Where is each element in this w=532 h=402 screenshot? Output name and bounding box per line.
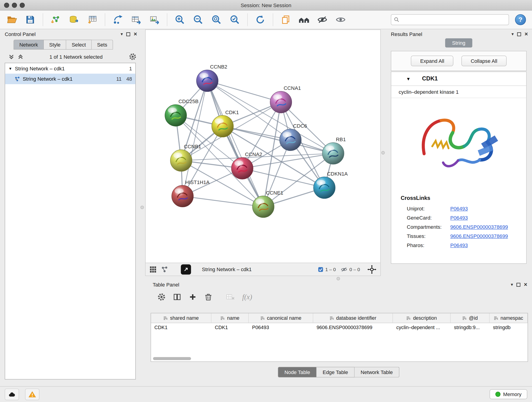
splitter-handle[interactable] bbox=[140, 206, 144, 209]
save-session-button[interactable] bbox=[22, 12, 39, 27]
column-header[interactable]: namespac bbox=[490, 313, 528, 323]
gear-icon[interactable] bbox=[157, 293, 166, 301]
gear-icon[interactable] bbox=[129, 53, 137, 61]
column-header[interactable]: description bbox=[393, 313, 451, 323]
memory-button[interactable]: Memory bbox=[490, 389, 527, 399]
hide-selected-button[interactable] bbox=[314, 12, 331, 27]
panel-close-icon[interactable]: × bbox=[524, 282, 527, 287]
network-edge[interactable] bbox=[242, 168, 324, 188]
network-node-HIST1H1A[interactable] bbox=[172, 185, 193, 207]
tab-style[interactable]: Style bbox=[44, 40, 66, 50]
network-node-CCNA2[interactable] bbox=[231, 157, 253, 179]
panel-collapse-icon[interactable]: ▾ bbox=[121, 32, 123, 36]
panel-float-icon[interactable] bbox=[517, 32, 521, 36]
gene-collapse-icon[interactable]: ▼ bbox=[406, 76, 411, 81]
table-tabs: Node Table Edge Table Network Table bbox=[145, 367, 532, 377]
collection-expand-icon[interactable]: ▼ bbox=[8, 66, 12, 70]
tab-string[interactable]: String bbox=[445, 38, 472, 47]
zoom-in-button[interactable] bbox=[171, 12, 188, 27]
network-node-CCNA1[interactable] bbox=[270, 91, 292, 113]
tab-sets[interactable]: Sets bbox=[92, 40, 113, 50]
splitter-handle[interactable] bbox=[381, 151, 385, 154]
open-folder-icon bbox=[6, 15, 17, 24]
network-edge[interactable] bbox=[207, 81, 263, 206]
network-node-CDKN1A[interactable] bbox=[313, 177, 335, 199]
help-button[interactable]: ? bbox=[515, 14, 526, 25]
show-all-button[interactable] bbox=[332, 12, 349, 27]
network-view[interactable]: CCNB2CCNA1CDC25BCDK1CDC6RB1CCNB1CCNA2CDK… bbox=[145, 30, 381, 276]
tab-select[interactable]: Select bbox=[66, 40, 92, 50]
uniprot-link[interactable]: P06493 bbox=[450, 206, 468, 211]
network-collection-row[interactable]: ▼ String Network – cdk1 1 bbox=[5, 63, 135, 74]
network-canvas[interactable]: CCNB2CCNA1CDC25BCDK1CDC6RB1CCNB1CCNA2CDK… bbox=[146, 30, 380, 263]
search-input[interactable] bbox=[401, 17, 506, 23]
network-node-CDC25B[interactable] bbox=[165, 104, 187, 126]
tab-network-table[interactable]: Network Table bbox=[355, 367, 399, 377]
column-header[interactable]: @id bbox=[451, 313, 490, 323]
expand-all-icon[interactable] bbox=[18, 54, 23, 59]
import-table-button[interactable] bbox=[84, 12, 101, 27]
panel-close-icon[interactable]: × bbox=[525, 31, 528, 37]
network-node-CDC6[interactable] bbox=[279, 129, 301, 151]
column-header[interactable]: canonical name bbox=[249, 313, 313, 323]
splitter-handle[interactable] bbox=[336, 277, 340, 280]
pharos-link[interactable]: P06493 bbox=[450, 242, 468, 248]
open-session-button[interactable] bbox=[3, 12, 20, 27]
detach-view-button[interactable] bbox=[181, 264, 191, 274]
network-node-CCNE1[interactable] bbox=[253, 196, 274, 217]
node-label: CCNB2 bbox=[210, 64, 227, 70]
network-edge[interactable] bbox=[222, 126, 333, 153]
column-header[interactable]: database identifier bbox=[313, 313, 393, 323]
collapse-all-button[interactable]: Collapse All bbox=[462, 56, 506, 66]
export-table-button[interactable] bbox=[128, 12, 145, 27]
network-node-CCNB2[interactable] bbox=[196, 70, 218, 92]
genecard-link[interactable]: P06493 bbox=[450, 215, 468, 220]
pan-crosshair-icon[interactable] bbox=[367, 265, 376, 274]
refresh-view-button[interactable] bbox=[252, 12, 269, 27]
panel-float-icon[interactable] bbox=[516, 283, 520, 287]
add-column-icon[interactable] bbox=[189, 293, 197, 301]
group-nodes-button[interactable] bbox=[296, 12, 312, 27]
import-network-from-file-button[interactable] bbox=[47, 12, 64, 27]
panel-float-icon[interactable] bbox=[126, 32, 130, 36]
panel-close-icon[interactable]: × bbox=[134, 31, 137, 37]
expand-all-button[interactable]: Expand All bbox=[411, 56, 453, 66]
network-birdseye-icon[interactable] bbox=[161, 266, 168, 273]
export-image-button[interactable] bbox=[146, 12, 163, 27]
panel-collapse-icon[interactable]: ▾ bbox=[511, 282, 513, 287]
tab-edge-table[interactable]: Edge Table bbox=[317, 367, 355, 377]
grid-view-icon[interactable] bbox=[150, 266, 157, 273]
compartments-link[interactable]: 9606.ENSP00000378699 bbox=[450, 224, 508, 230]
import-network-from-database-button[interactable] bbox=[65, 12, 82, 27]
gene-symbol: CDK1 bbox=[422, 75, 438, 82]
horizontal-scrollbar[interactable] bbox=[153, 357, 191, 360]
warning-icon bbox=[28, 391, 36, 398]
panel-collapse-icon[interactable]: ▾ bbox=[512, 32, 514, 36]
network-node-RB1[interactable] bbox=[322, 143, 344, 164]
sort-icon bbox=[220, 316, 225, 320]
zoom-fit-button[interactable] bbox=[208, 12, 225, 27]
cloud-status-button[interactable] bbox=[5, 389, 19, 400]
export-network-button[interactable] bbox=[109, 12, 126, 27]
select-columns-icon[interactable] bbox=[173, 293, 181, 301]
function-builder-button[interactable]: f(x) bbox=[242, 293, 252, 301]
tab-node-table[interactable]: Node Table bbox=[278, 367, 317, 377]
table-row[interactable]: CDK1 CDK1 P06493 9606.ENSP00000378699 cy… bbox=[151, 323, 528, 332]
delete-column-icon[interactable] bbox=[204, 293, 213, 301]
network-edge[interactable] bbox=[183, 81, 207, 196]
column-header[interactable]: name bbox=[211, 313, 249, 323]
gene-details-card: ▼ CDK1 cyclin–dependent kinase 1 bbox=[391, 71, 526, 264]
column-header[interactable]: shared name bbox=[151, 313, 211, 323]
network-node-CDK1[interactable] bbox=[212, 115, 234, 137]
network-edge[interactable] bbox=[207, 81, 281, 102]
network-edge[interactable] bbox=[183, 196, 263, 207]
zoom-out-button[interactable] bbox=[190, 12, 207, 27]
warnings-button[interactable] bbox=[25, 389, 39, 400]
network-node-CCNB1[interactable] bbox=[170, 150, 192, 172]
collapse-all-icon[interactable] bbox=[9, 54, 14, 59]
tissues-link[interactable]: 9606.ENSP00000378699 bbox=[450, 233, 508, 239]
network-row-selected[interactable]: ● String Network – cdk1 11 48 bbox=[5, 74, 135, 84]
zoom-selected-button[interactable] bbox=[226, 12, 243, 27]
annotation-button[interactable] bbox=[277, 12, 294, 27]
tab-network[interactable]: Network bbox=[13, 40, 44, 50]
